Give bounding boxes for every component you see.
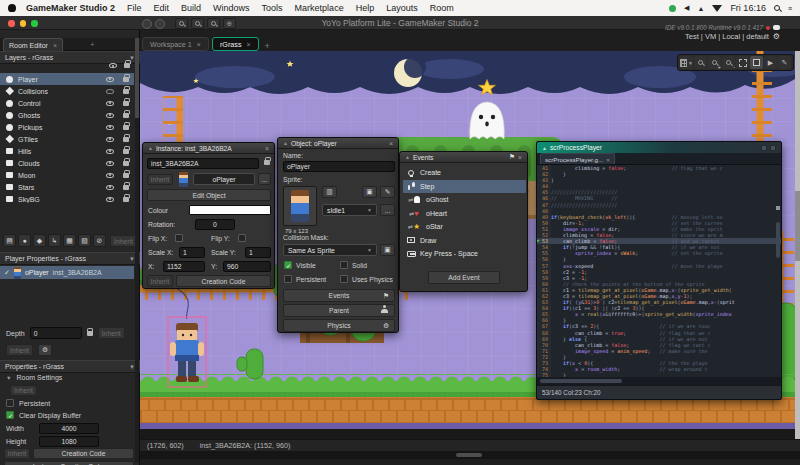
y-input[interactable]: 960 [223,261,271,272]
layer-row-player[interactable]: Player [0,73,134,85]
instance-name-input[interactable]: inst_3BA26B2A [147,158,259,169]
room-height-input[interactable]: 1080 [39,436,99,447]
visible-checkbox[interactable] [284,261,292,269]
wifi-icon[interactable] [712,5,722,12]
object-browse-button[interactable]: ... [258,173,271,185]
close-icon[interactable]: × [265,145,269,152]
collapse-icon[interactable]: ▲ [405,154,410,160]
close-icon[interactable]: × [246,41,250,48]
menu-help[interactable]: Help [350,3,381,13]
layer-row-collisions[interactable]: Collisions [0,85,134,97]
zoom-out-button[interactable]: - [722,56,735,69]
code-tab[interactable]: scrProcessPlayer.g... × [540,153,615,164]
code-vertical-scrollbar[interactable] [776,222,780,258]
add-dock-tab-button[interactable]: + [90,40,95,49]
code-window-titlebar[interactable]: ▲ scrProcessPlayer [537,142,781,153]
layer-row-hills[interactable]: Hills [0,145,134,157]
zoom-in-button[interactable]: + [708,56,721,69]
workspace-tab-rgrass[interactable]: rGrass× [212,37,259,51]
menu-marketplace[interactable]: Marketplace [289,3,350,13]
visibility-eye-icon[interactable] [106,101,114,106]
layers-inherit-button[interactable]: Inherit [110,235,137,247]
visibility-eye-icon[interactable] [106,197,114,202]
grid-options-button[interactable]: ▼ [680,56,693,69]
close-icon[interactable]: × [389,140,393,147]
canvas-horizontal-scrollbar[interactable] [140,451,800,459]
collapse-icon[interactable]: ▲ [148,145,153,151]
menu-room[interactable]: Room [424,3,460,13]
clear-display-buffer-checkbox[interactable] [6,411,14,419]
chat-bubble-icon[interactable] [773,25,780,30]
collision-mask-edit-button[interactable]: ▣ [380,244,395,256]
menu-build[interactable]: Build [175,3,207,13]
rotation-input[interactable]: 0 [195,219,235,230]
code-horizontal-scrollbar[interactable] [537,377,781,385]
lock-icon[interactable] [123,125,129,130]
menu-file[interactable]: File [121,3,148,13]
lock-icon[interactable] [123,137,129,142]
parent-button[interactable]: Parent [283,304,395,317]
close-icon[interactable]: × [53,42,57,49]
add-path-layer-button[interactable]: ↳ [48,234,61,247]
visibility-eye-icon[interactable] [106,125,114,130]
layer-row-control[interactable]: Control [0,97,134,109]
depth-inherit-button[interactable]: Inherit [98,327,125,339]
menu-tools[interactable]: Tools [256,3,289,13]
run-room-button[interactable]: ▶ [764,56,777,69]
menu-windows[interactable]: Windows [207,3,256,13]
solid-checkbox[interactable] [340,261,348,269]
persistent-checkbox[interactable] [6,399,14,407]
volume-icon[interactable]: ◀ [684,4,689,12]
code-area[interactable]: 41 climbing = false; // flag that we c42… [537,165,781,377]
visibility-eye-icon[interactable] [106,149,114,154]
layer-row-pickups[interactable]: Pickups [0,121,134,133]
flip-y-checkbox[interactable] [238,234,246,242]
sprite-select-dropdown[interactable]: sIdle1▼ [322,204,377,216]
visibility-eye-icon[interactable] [106,185,114,190]
room-inherit-button[interactable]: Inherit [10,385,37,396]
events-button[interactable]: Events⚑ [283,289,395,302]
room-settings-section[interactable]: ▼ Room Settings [6,374,134,381]
colour-swatch[interactable] [189,205,271,215]
layer-row-stars[interactable]: Stars [0,181,134,193]
visibility-eye-icon[interactable] [106,89,114,94]
close-window-button[interactable] [8,20,15,27]
layer-row-ghosts[interactable]: Ghosts [0,109,134,121]
close-icon[interactable]: × [518,154,522,161]
add-tile-layer-button[interactable]: ◆ [33,234,46,247]
lock-icon[interactable] [123,185,129,190]
x-input[interactable]: 1152 [163,261,205,272]
event-row-oheart[interactable]: ⇄♥oHeart [403,207,526,220]
lock-icon[interactable] [123,149,129,154]
edit-sprite-button[interactable]: ✎ [380,186,395,198]
zoom-tool-2-button[interactable] [191,18,204,29]
physics-button[interactable]: Physics⚙ [283,319,395,332]
menu-edit[interactable]: Edit [148,3,176,13]
apple-icon[interactable] [8,4,16,12]
event-row-draw[interactable]: Draw [403,234,526,247]
clear-display-buffer-row[interactable]: Clear Display Buffer [6,411,134,419]
menubar-clock[interactable]: Fri 16:16 [730,3,766,13]
workspace-tab-workspace-1[interactable]: Workspace 1× [142,37,209,51]
search-icon[interactable] [774,5,780,11]
add-event-button[interactable]: Add Event [428,271,500,284]
duplicate-layer-button[interactable]: ▧ [78,234,91,247]
scale-x-input[interactable]: 1 [179,247,205,258]
lock-icon[interactable] [123,101,129,106]
status-dot-icon[interactable] [669,5,676,12]
event-row-ostar[interactable]: ⇄★oStar [403,220,526,233]
instance-window-titlebar[interactable]: ▲ Instance: inst_3BA26B2A × [143,143,274,154]
visibility-eye-icon[interactable] [106,137,114,142]
room-properties-header[interactable]: Properties - rGrass▼ [0,360,140,373]
events-window-titlebar[interactable]: ▲ Events ⚑ × [400,152,527,163]
instance-inherit-button[interactable]: Inherit [147,174,173,185]
delete-layer-button[interactable]: ⊘ [93,234,106,247]
collision-mask-dropdown[interactable]: Same As Sprite▼ [283,244,377,256]
visibility-eye-icon[interactable] [106,173,114,178]
menu-list-icon[interactable]: ≡ [788,5,792,12]
canvas-options-button[interactable] [750,56,763,69]
uses-physics-checkbox[interactable] [340,275,348,283]
add-background-layer-button[interactable]: ▤ [3,234,16,247]
collapse-icon[interactable]: ▲ [283,140,288,146]
upload-icon[interactable]: ▲ [697,5,704,12]
